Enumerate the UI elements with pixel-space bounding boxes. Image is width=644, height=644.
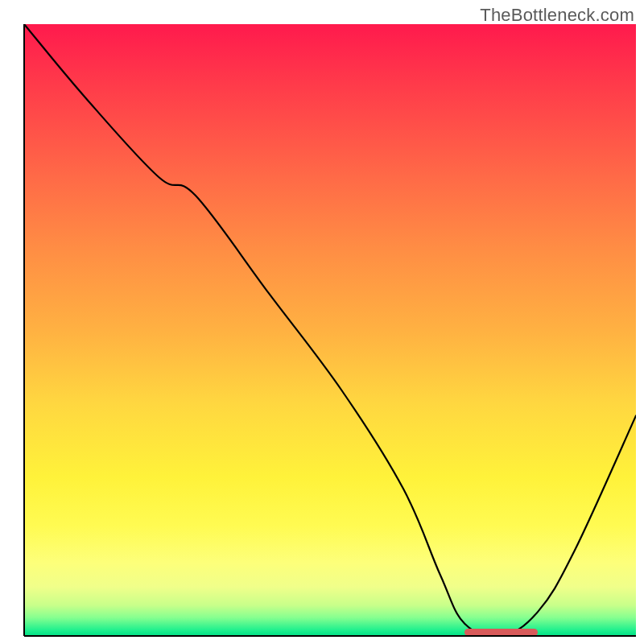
- chart-container: TheBottleneck.com: [0, 0, 644, 644]
- watermark-text: TheBottleneck.com: [480, 5, 634, 26]
- x-axis: [24, 635, 636, 637]
- plot-area: [24, 24, 636, 636]
- bottleneck-curve: [24, 24, 636, 636]
- y-axis: [23, 24, 25, 636]
